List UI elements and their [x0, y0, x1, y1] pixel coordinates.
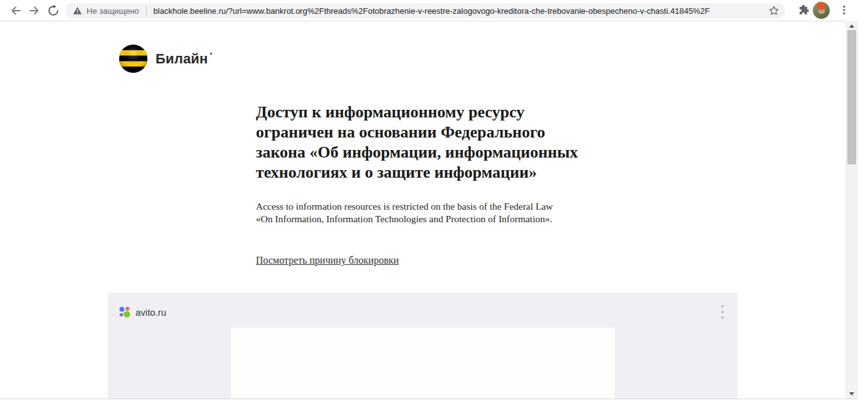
url-bar[interactable]: Не защищено blackhole.beeline.ru/?url=ww…	[65, 3, 785, 18]
block-subheading-en: Access to information resources is restr…	[256, 200, 553, 225]
back-arrow-icon	[9, 4, 22, 17]
view-block-reason-link[interactable]: Посмотреть причину блокировки	[256, 255, 399, 266]
security-label[interactable]: Не защищено	[87, 6, 139, 16]
ad-site-label: avito.ru	[135, 307, 166, 318]
forward-arrow-icon	[28, 4, 41, 17]
window-bottom-edge	[0, 399, 858, 399]
url-text[interactable]: blackhole.beeline.ru/?url=www.bankrot.or…	[154, 6, 710, 16]
reload-button[interactable]	[45, 3, 61, 19]
back-button[interactable]	[8, 3, 24, 19]
block-heading: Доступ к информационному ресурсу огранич…	[256, 102, 578, 183]
scroll-up-arrow[interactable]	[845, 21, 858, 30]
avito-logo-icon	[119, 306, 131, 318]
url-separator	[146, 6, 147, 16]
scrollbar-thumb[interactable]	[847, 30, 856, 164]
beeline-brand-text: Билайн	[156, 51, 208, 67]
toolbar-divider	[0, 21, 845, 21]
ad-content-placeholder	[231, 328, 615, 399]
reload-icon	[47, 4, 60, 17]
scroll-down-arrow[interactable]	[845, 389, 858, 398]
trademark-dot-icon	[210, 53, 212, 55]
ad-block: avito.ru	[108, 293, 738, 399]
extensions-puzzle-icon[interactable]	[797, 4, 811, 18]
beeline-sphere-icon	[119, 45, 147, 73]
profile-avatar[interactable]	[813, 2, 830, 19]
vertical-scrollbar[interactable]	[845, 21, 858, 399]
beeline-logo[interactable]: Билайн	[119, 45, 212, 73]
browser-window: Не защищено blackhole.beeline.ru/?url=ww…	[0, 0, 868, 403]
not-secure-warning-icon[interactable]	[73, 6, 82, 15]
ad-options-icon[interactable]	[717, 304, 728, 320]
browser-menu-icon[interactable]	[838, 4, 850, 18]
ad-header: avito.ru	[119, 305, 728, 319]
browser-toolbar: Не защищено blackhole.beeline.ru/?url=ww…	[0, 0, 868, 21]
bookmark-star-icon[interactable]	[768, 5, 780, 16]
forward-button[interactable]	[26, 3, 43, 19]
